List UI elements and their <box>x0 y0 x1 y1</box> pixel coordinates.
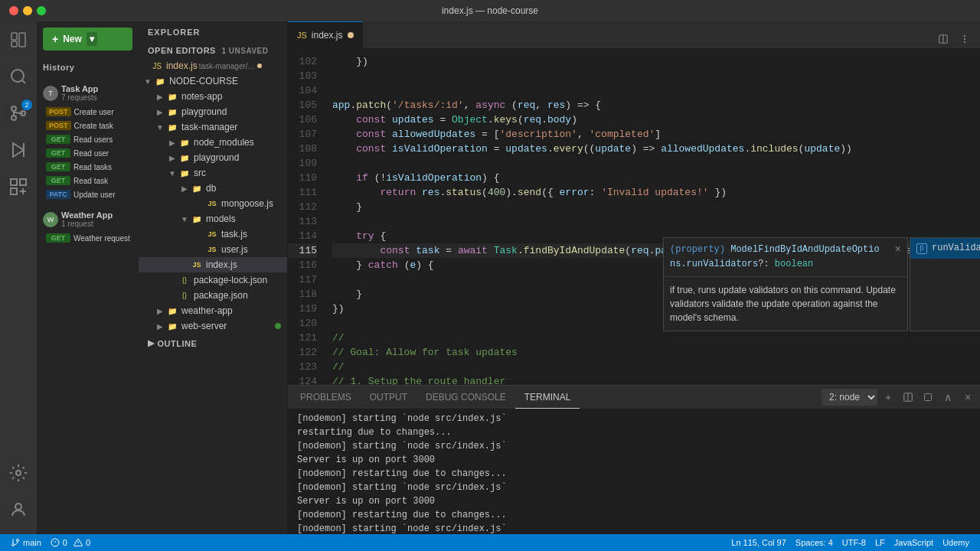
playground-folder-2[interactable]: ▶ 📁 playground <box>139 150 287 165</box>
models-folder[interactable]: ▼ 📁 models <box>139 211 287 227</box>
autocomplete-item-runvalidators[interactable]: p runValidators <box>910 238 980 259</box>
folder-icon-db: 📁 <box>191 182 203 194</box>
encoding-indicator[interactable]: UTF-8 <box>838 538 871 547</box>
language-indicator[interactable]: JavaScript <box>890 538 938 547</box>
errors-indicator[interactable]: 0 0 <box>46 538 95 547</box>
folder-arrow-weather: ▶ <box>154 307 166 315</box>
index-js-file[interactable]: JS index.js <box>139 257 287 272</box>
code-content[interactable]: }) app.patch('/tasks/:id', async (req, r… <box>326 48 980 385</box>
task-manager-label: task-manager <box>181 122 237 132</box>
output-tab[interactable]: OUTPUT <box>361 386 416 409</box>
unsaved-badge: 1 UNSAVED <box>222 47 269 55</box>
open-file-indexjs[interactable]: JS index.js task-manager/... <box>139 58 287 73</box>
get-badge-3: GET <box>46 162 70 171</box>
line-col-indicator[interactable]: Ln 115, Col 97 <box>727 538 791 547</box>
new-terminal-button[interactable]: + <box>879 388 897 406</box>
terminal-panel: PROBLEMS OUTPUT DEBUG CONSOLE TERMINAL 2… <box>288 385 980 534</box>
run-activity-icon[interactable] <box>0 132 37 168</box>
task-js-file[interactable]: JS task.js <box>139 227 287 242</box>
svg-rect-0 <box>11 33 17 40</box>
src-folder[interactable]: ▼ 📁 src <box>139 165 287 181</box>
js-file-icon-open: JS <box>151 60 163 72</box>
explorer-activity-icon[interactable] <box>0 21 37 58</box>
svg-rect-17 <box>925 394 932 401</box>
mongoose-js-file[interactable]: JS mongoose.js <box>139 196 287 211</box>
weather-app-folder[interactable]: ▶ 📁 weather-app <box>139 303 287 318</box>
read-users-item[interactable]: GET Read users <box>40 132 136 146</box>
term-line-10: [nodemon] restarting due to changes... <box>297 508 971 522</box>
node-modules-folder[interactable]: ▶ 📁 node_modules <box>139 135 287 150</box>
task-app-header[interactable]: T Task App 7 requests <box>40 81 136 105</box>
db-folder[interactable]: ▶ 📁 db <box>139 181 287 196</box>
tooltip-description: if true, runs update validators on this … <box>670 285 896 323</box>
status-bar: main 0 0 Ln 115, Col 97 Spaces: 4 UTF-8 … <box>0 534 980 551</box>
read-tasks-item[interactable]: GET Read tasks <box>40 160 136 174</box>
create-task-item[interactable]: POST Create task <box>40 119 136 132</box>
more-actions-button[interactable] <box>956 30 974 48</box>
web-server-folder[interactable]: ▶ 📁 web-server <box>139 318 287 334</box>
minimize-button[interactable] <box>23 6 32 15</box>
branch-indicator[interactable]: main <box>6 538 46 547</box>
tab-indexjs[interactable]: JS index.js <box>288 21 363 48</box>
weather-request-item[interactable]: GET Weather request <box>40 231 136 245</box>
package-json[interactable]: {} package.json <box>139 288 287 303</box>
js-file-icon-user: JS <box>206 243 218 256</box>
git-branch-icon <box>11 538 20 547</box>
account-activity-icon[interactable] <box>0 491 37 528</box>
search-activity-icon[interactable] <box>0 58 37 95</box>
node-course-folder[interactable]: ▼ 📁 NODE-COURSE <box>139 73 287 89</box>
close-button[interactable] <box>9 6 18 15</box>
weather-request-label: Weather request <box>74 234 130 243</box>
eol-indicator[interactable]: LF <box>871 538 890 547</box>
weather-app-subtitle: 1 request <box>61 220 113 228</box>
spaces-indicator[interactable]: Spaces: 4 <box>791 538 838 547</box>
svg-rect-7 <box>11 188 17 194</box>
js-file-icon-mongoose: JS <box>206 197 218 210</box>
folder-arrow-playground: ▶ <box>154 108 166 116</box>
tooltip-close-button[interactable]: × <box>895 243 901 257</box>
settings-activity-icon[interactable] <box>0 455 37 491</box>
task-manager-folder[interactable]: ▼ 📁 task-manager <box>139 119 287 135</box>
branch-name: main <box>23 538 41 547</box>
split-terminal-button[interactable] <box>899 388 917 406</box>
playground-folder-1[interactable]: ▶ 📁 playground <box>139 104 287 119</box>
activity-bar-bottom <box>0 455 37 534</box>
maximize-panel-button[interactable]: ∧ <box>939 388 957 406</box>
code-line-111: return res.status(400).send({ error: 'In… <box>332 185 980 200</box>
debug-console-tab[interactable]: DEBUG CONSOLE <box>416 386 515 409</box>
kill-terminal-button[interactable] <box>919 388 937 406</box>
json-icon-pkglock: {} <box>178 274 191 286</box>
problems-tab[interactable]: PROBLEMS <box>291 386 361 409</box>
terminal-dropdown[interactable]: 2: node <box>822 389 877 406</box>
modified-dot <box>257 64 262 68</box>
package-json-label: package.json <box>194 290 248 301</box>
maximize-button[interactable] <box>37 6 46 15</box>
weather-app-header[interactable]: W Weather App 1 request <box>40 207 136 231</box>
task-js-label: task.js <box>221 229 247 240</box>
user-js-label: user.js <box>221 244 248 255</box>
create-task-label: Create task <box>74 122 113 130</box>
update-user-item[interactable]: PATC Update user <box>40 187 136 201</box>
outline-label: OUTLINE <box>158 339 198 348</box>
read-task-item[interactable]: GET Read task <box>40 174 136 187</box>
package-lock-json[interactable]: {} package-lock.json <box>139 272 287 288</box>
source-control-activity-icon[interactable]: 2 <box>0 95 37 132</box>
new-dropdown-arrow[interactable]: ▾ <box>87 32 97 46</box>
new-request-button[interactable]: + New ▾ <box>43 28 132 51</box>
close-panel-button[interactable]: × <box>959 388 977 406</box>
new-button-label: New <box>63 34 82 44</box>
udemy-indicator[interactable]: Udemy <box>938 538 974 547</box>
code-editor[interactable]: 102 103 104 105 106 107 108 109 110 111 … <box>288 48 980 385</box>
svg-point-10 <box>16 471 21 475</box>
code-line-121: // <box>332 331 980 345</box>
read-user-item[interactable]: GET Read user <box>40 146 136 160</box>
post-badge-2: POST <box>46 121 71 130</box>
extensions-activity-icon[interactable] <box>0 168 37 205</box>
outline-section[interactable]: ▶ OUTLINE <box>139 335 287 351</box>
notes-app-folder[interactable]: ▶ 📁 notes-app <box>139 89 287 104</box>
read-user-label: Read user <box>74 149 109 158</box>
split-editor-button[interactable] <box>934 30 952 48</box>
terminal-tab-active[interactable]: TERMINAL <box>515 386 580 409</box>
create-user-item[interactable]: POST Create user <box>40 105 136 119</box>
user-js-file[interactable]: JS user.js <box>139 242 287 257</box>
